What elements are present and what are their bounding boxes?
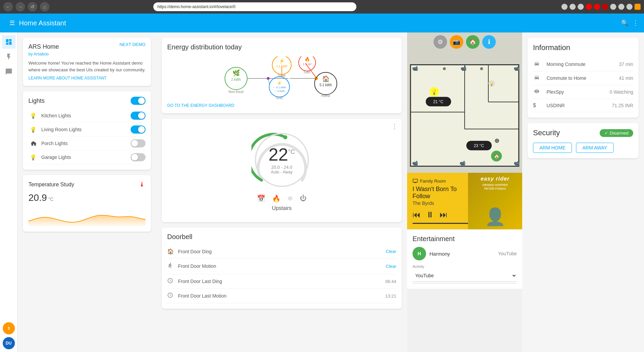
learn-more-link[interactable]: LEARN MORE ABOUT HOME ASSISTANT	[28, 76, 146, 80]
floorplan-card: ⚙ 📷 🏠 ℹ	[407, 32, 522, 173]
next-track-button[interactable]: ⏭	[440, 210, 448, 219]
disarmed-label: Disarmed	[609, 131, 628, 136]
activity-dropdown[interactable]: YouTube Netflix Off	[413, 270, 517, 282]
thermostat-more-icon[interactable]: ⋮	[392, 123, 398, 130]
energy-title: Energy distribution today	[167, 43, 396, 51]
harmony-device-name: Harmony	[429, 251, 495, 257]
album-logo: easy rider DENNIS HOPPERPETER FONDA	[481, 175, 510, 191]
arm-away-button[interactable]: ARM AWAY	[576, 143, 614, 153]
light-name-garage: Garage Lights	[41, 155, 131, 160]
energy-card: Energy distribution today �	[162, 38, 402, 113]
media-room-name: Family Room	[420, 179, 446, 184]
toggle-knob	[131, 154, 138, 161]
back-button[interactable]: ←	[3, 2, 13, 11]
sidebar-item-dashboard[interactable]	[2, 35, 16, 49]
front-door-last-ding-value: 06:44	[385, 279, 396, 284]
home-button[interactable]: ⌂	[40, 2, 49, 11]
activity-dropdown-row[interactable]: YouTube Netflix Off	[413, 268, 517, 283]
svg-text:21 °C: 21 °C	[433, 99, 443, 104]
refresh-button[interactable]: ↺	[28, 2, 37, 11]
browser-bar: ← → ↺ ⌂ https://demo.home-assistant.io/#…	[0, 0, 644, 14]
media-player-card: Family Room I Wasn't Born To Follow The …	[407, 173, 522, 229]
light-name-porch: Porch Lights	[41, 141, 131, 146]
temp-display: 20.9 °C	[28, 192, 146, 203]
middle-panel: Energy distribution today �	[156, 32, 407, 352]
next-demo-button[interactable]: NEXT DEMO	[119, 42, 146, 47]
svg-text:⚡: ⚡	[277, 80, 282, 86]
main-layout: 3 DU ARS Home by Arsaboo NEXT DEMO Welco…	[0, 32, 644, 352]
svg-text:📹: 📹	[460, 160, 466, 166]
svg-text:Home: Home	[321, 94, 330, 98]
forward-button[interactable]: →	[16, 2, 25, 11]
usdinr-value: 71.25 INR	[612, 103, 633, 108]
list-item: Porch Lights	[28, 137, 146, 150]
front-door-motion-clear[interactable]: Clear	[386, 264, 396, 269]
menu-icon[interactable]: ☰	[9, 19, 15, 27]
temperature-card: Temperature Study 🌡 20.9 °C	[23, 175, 151, 232]
light-icon-living: 💡	[28, 125, 38, 134]
notification-area[interactable]: 3	[3, 322, 15, 334]
svg-text:🏠: 🏠	[494, 154, 500, 159]
thermostat-unit: °C	[288, 148, 295, 156]
svg-text:⊗: ⊗	[443, 66, 446, 71]
content-area: ARS Home by Arsaboo NEXT DEMO Welcome ho…	[18, 32, 644, 352]
thermostat-display: 22 °C 20.0 - 24.0 Auto - Away	[255, 133, 309, 187]
svg-text:📹: 📹	[412, 66, 418, 71]
power-icon[interactable]: ⏻	[300, 194, 307, 203]
browser-toolbar	[561, 4, 641, 10]
url-text: https://demo.home-assistant.io/#/lovelac…	[157, 4, 236, 9]
url-bar[interactable]: https://demo.home-assistant.io/#/lovelac…	[153, 2, 356, 11]
svg-text:Gas: Gas	[304, 70, 310, 74]
front-door-last-motion-value: 13:21	[385, 294, 396, 299]
fp-icon-info[interactable]: ℹ	[482, 35, 496, 49]
svg-text:🔥: 🔥	[305, 56, 310, 62]
search-icon[interactable]: 🔍	[621, 19, 628, 27]
temp-unit: °C	[48, 196, 53, 202]
fp-icon-home[interactable]: 🏠	[466, 35, 480, 49]
sidebar: 3 DU	[0, 32, 18, 352]
more-icon[interactable]: ⋮	[632, 19, 639, 27]
commute-home-value: 41 min	[619, 75, 633, 81]
svg-text:📹: 📹	[412, 160, 418, 166]
svg-text:📹: 📹	[514, 160, 520, 166]
front-door-last-motion-label: Front Door Last Motion	[178, 293, 385, 299]
album-silhouette: 👤	[485, 207, 506, 227]
toggle-knob	[138, 126, 145, 133]
list-item: Commute to Home 41 min	[533, 71, 633, 85]
svg-text:23 °C: 23 °C	[474, 143, 484, 148]
arm-home-button[interactable]: ARM HOME	[533, 143, 572, 153]
living-room-lights-toggle[interactable]	[131, 125, 146, 134]
svg-text:Grid: Grid	[276, 96, 283, 100]
doorbell-motion-icon	[167, 262, 178, 271]
activity-select-container: Activity YouTube Netflix Off	[413, 264, 517, 283]
svg-text:5.1 kWh: 5.1 kWh	[319, 83, 332, 87]
security-title: Security	[533, 128, 560, 137]
schedule-icon[interactable]: 📅	[257, 194, 265, 203]
svg-text:→ 4 kWh: → 4 kWh	[274, 90, 285, 93]
notification-count: 3	[7, 326, 9, 330]
prev-track-button[interactable]: ⏮	[413, 210, 421, 219]
sidebar-item-lightning[interactable]	[2, 50, 16, 64]
garage-lights-toggle[interactable]	[131, 153, 146, 161]
thermostat-controls: 📅 🔥 ❄ ⏻	[257, 194, 307, 203]
kitchen-lights-toggle[interactable]	[131, 112, 146, 120]
list-item: Front Door Last Ding 06:44	[167, 274, 396, 289]
list-item: Front Door Motion Clear	[167, 258, 396, 274]
lights-title: Lights	[28, 97, 45, 104]
front-door-ding-clear[interactable]: Clear	[386, 249, 396, 254]
sidebar-item-notifications[interactable]	[2, 65, 16, 78]
fp-icon-settings[interactable]: ⚙	[434, 35, 447, 49]
thermostat-dial[interactable]: 22 °C 20.0 - 24.0 Auto - Away	[251, 130, 312, 190]
list-item: 🏠 Front Door Ding Clear	[167, 245, 396, 258]
fp-icon-camera[interactable]: 📷	[450, 35, 463, 49]
user-avatar[interactable]: DU	[3, 337, 15, 349]
lights-toggle-all[interactable]	[131, 97, 146, 105]
pause-button[interactable]: ⏸	[426, 210, 434, 219]
app-header: ☰ Home Assistant 🔍 ⋮	[0, 14, 644, 32]
light-name-kitchen: Kitchen Lights	[41, 113, 131, 118]
porch-lights-toggle[interactable]	[131, 139, 146, 147]
svg-text:⚡: ⚡	[279, 58, 285, 64]
morning-commute-value: 37 min	[619, 62, 633, 67]
go-energy-button[interactable]: GO TO THE ENERGY DASHBOARD	[167, 103, 396, 108]
list-item: 💡 Kitchen Lights	[28, 109, 146, 123]
